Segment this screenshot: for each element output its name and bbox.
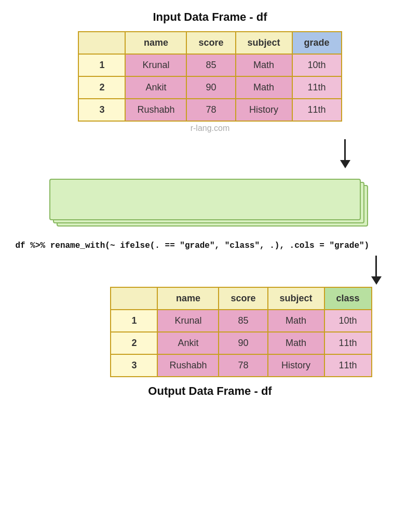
output-row-2: 2 Ankit 90 Math 11th: [111, 332, 371, 354]
input-header-name: name: [125, 32, 186, 54]
input-header-grade: grade: [292, 32, 342, 54]
input-row-2: 2 Ankit 90 Math 11th: [78, 76, 341, 99]
arrow-down-2: [23, 256, 397, 285]
input-table: name score subject grade 1 Krunal 85 Mat…: [78, 31, 342, 122]
output-name-2: Ankit: [157, 332, 219, 354]
output-row-1: 1 Krunal 85 Math 10th: [111, 310, 371, 332]
output-subject-2: Math: [268, 332, 324, 354]
input-title: Input Data Frame - df: [153, 10, 267, 24]
input-idx-2: 2: [78, 76, 125, 99]
output-header-name: name: [157, 287, 219, 310]
input-row-3: 3 Rushabh 78 History 11th: [78, 99, 341, 121]
output-class-1: 10th: [324, 310, 372, 332]
arrow-1-head: [340, 160, 350, 168]
input-score-2: 90: [186, 76, 235, 99]
input-score-3: 78: [186, 99, 235, 121]
input-name-3: Rushabh: [125, 99, 186, 121]
arrow-2: [371, 256, 382, 285]
output-idx-1: 1: [111, 310, 157, 332]
output-subject-1: Math: [268, 310, 324, 332]
output-class-3: 11th: [324, 354, 372, 377]
input-row-1: 1 Krunal 85 Math 10th: [78, 54, 341, 76]
input-grade-1: 10th: [292, 54, 342, 76]
output-header-score: score: [219, 287, 267, 310]
input-subject-2: Math: [236, 76, 292, 99]
arrow-2-head: [371, 276, 382, 285]
output-score-1: 85: [219, 310, 267, 332]
output-header-row: name score subject class: [111, 287, 371, 310]
input-name-1: Krunal: [125, 54, 186, 76]
arrow-down-1: [55, 139, 366, 168]
output-header-subject: subject: [268, 287, 324, 310]
input-corner-cell: [78, 32, 125, 54]
input-header-subject: subject: [236, 32, 292, 54]
input-table-wrapper: name score subject grade 1 Krunal 85 Mat…: [78, 31, 342, 122]
output-class-2: 11th: [324, 332, 372, 354]
input-header-row: name score subject grade: [78, 32, 341, 54]
code-line: df %>% rename_with(~ ifelse(. == "grade"…: [16, 241, 405, 250]
stack-rect-3: [49, 179, 361, 220]
input-subject-3: History: [236, 99, 292, 121]
arrow-2-line: [375, 256, 377, 276]
output-header-class: class: [324, 287, 372, 310]
output-table-wrapper: name score subject class 1 Krunal 85 Mat…: [110, 287, 372, 377]
input-name-2: Ankit: [125, 76, 186, 99]
output-row-3: 3 Rushabh 78 History 11th: [111, 354, 371, 377]
output-table: name score subject class 1 Krunal 85 Mat…: [110, 287, 372, 377]
output-title: Output Data Frame - df: [148, 384, 272, 398]
input-idx-1: 1: [78, 54, 125, 76]
input-subject-1: Math: [236, 54, 292, 76]
stacked-rects: [49, 179, 371, 231]
watermark: r-lang.com: [191, 124, 230, 133]
output-score-3: 78: [219, 354, 267, 377]
output-name-1: Krunal: [157, 310, 219, 332]
output-corner-cell: [111, 287, 157, 310]
output-idx-2: 2: [111, 332, 157, 354]
output-name-3: Rushabh: [157, 354, 219, 377]
input-grade-3: 11th: [292, 99, 342, 121]
output-idx-3: 3: [111, 354, 157, 377]
output-subject-3: History: [268, 354, 324, 377]
arrow-1-line: [344, 139, 346, 160]
input-score-1: 85: [186, 54, 235, 76]
input-grade-2: 11th: [292, 76, 342, 99]
output-score-2: 90: [219, 332, 267, 354]
input-idx-3: 3: [78, 99, 125, 121]
input-header-score: score: [186, 32, 235, 54]
arrow-1: [340, 139, 350, 168]
